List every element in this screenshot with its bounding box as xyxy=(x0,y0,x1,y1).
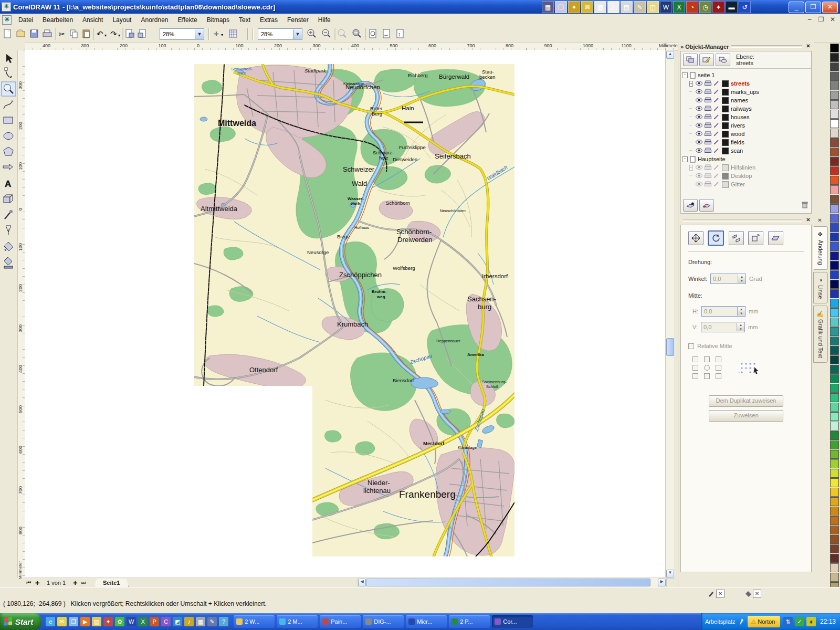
menu-ansicht[interactable]: Ansicht xyxy=(78,15,108,25)
layer-color-swatch[interactable] xyxy=(722,114,729,121)
color-swatch[interactable] xyxy=(830,81,839,90)
doc-close-button[interactable]: ✕ xyxy=(828,16,837,23)
minimize-button[interactable]: _ xyxy=(789,2,804,13)
redo-icon[interactable]: ↷▾ xyxy=(110,29,120,38)
angle-field[interactable]: 0,0▲▼ xyxy=(710,274,746,284)
horizontal-scrollbar[interactable]: ◀ ▶ xyxy=(357,578,667,587)
layer-name[interactable]: wood xyxy=(731,131,744,137)
ellipse-tool[interactable] xyxy=(4,133,13,140)
access-icon[interactable]: ✦ xyxy=(712,1,724,13)
layer-edit-icon[interactable] xyxy=(713,173,720,180)
color-swatch[interactable] xyxy=(830,110,839,119)
color-swatch[interactable] xyxy=(830,554,839,563)
color-swatch[interactable] xyxy=(830,72,839,81)
mail-icon[interactable]: ✉ xyxy=(581,1,593,13)
collapse-icon[interactable]: − xyxy=(682,72,688,78)
layer-row[interactable]: ┈names xyxy=(682,96,810,104)
layer-print-icon[interactable] xyxy=(705,139,711,146)
docker-chevron-icon[interactable]: » xyxy=(680,44,684,50)
tab--nderung[interactable]: ✥Änderung xyxy=(813,226,828,270)
interactive-fill-tool[interactable] xyxy=(4,257,13,268)
expand-icon[interactable]: + xyxy=(689,165,693,171)
map-drawing[interactable]: Schwanen-teichStadtparkKleinanlageNeudör… xyxy=(194,64,514,556)
color-swatch[interactable] xyxy=(830,535,839,544)
color-swatch[interactable] xyxy=(830,459,839,468)
scale-mirror-tool-icon[interactable] xyxy=(729,231,744,245)
layer-name[interactable]: Hilfslinien xyxy=(731,164,755,171)
fill-tool[interactable] xyxy=(4,242,13,251)
relative-center-checkbox[interactable] xyxy=(688,343,694,349)
color-swatch[interactable] xyxy=(830,478,839,487)
zoom-out-icon[interactable] xyxy=(322,29,330,37)
open-icon[interactable] xyxy=(17,30,25,37)
layer-row[interactable]: ┈Gitter xyxy=(682,180,810,188)
layer-print-icon[interactable] xyxy=(705,89,711,96)
color-swatch[interactable] xyxy=(830,233,839,242)
outline-tool[interactable] xyxy=(6,226,11,235)
schedule-icon[interactable]: ◔ xyxy=(686,1,698,13)
ie-icon[interactable]: e xyxy=(46,617,55,626)
color-swatch[interactable] xyxy=(830,185,839,194)
scroll-right-icon[interactable]: ▶ xyxy=(658,579,666,586)
layer-color-swatch[interactable] xyxy=(722,173,729,180)
menu-layout[interactable]: Layout xyxy=(108,15,136,25)
layer-row[interactable]: ┈marks_ups xyxy=(682,88,810,96)
cut-icon[interactable]: ✂ xyxy=(59,30,65,38)
tree-page-row[interactable]: − seite 1 xyxy=(682,71,810,79)
layer-edit-icon[interactable] xyxy=(713,131,720,138)
v-field[interactable]: 0,0▲▼ xyxy=(701,322,745,332)
layer-edit-icon[interactable] xyxy=(713,122,720,129)
new-layer-view-icon[interactable] xyxy=(683,54,698,66)
shape-tool[interactable] xyxy=(5,68,12,78)
layer-name[interactable]: railways xyxy=(731,106,752,112)
layer-color-swatch[interactable] xyxy=(722,89,729,96)
notes-icon[interactable]: ◫ xyxy=(647,1,659,13)
layer-visible-icon[interactable] xyxy=(696,122,702,129)
tree-page-row[interactable]: − Hauptseite xyxy=(682,155,810,163)
start-button[interactable]: Start xyxy=(0,613,41,630)
excel-icon[interactable]: X xyxy=(673,1,685,13)
layer-edit-icon[interactable] xyxy=(713,106,720,112)
layer-print-icon[interactable] xyxy=(705,181,711,188)
color-swatch[interactable] xyxy=(830,365,839,374)
mail-icon[interactable]: ✉ xyxy=(57,617,67,626)
layer-manager-view-icon[interactable] xyxy=(716,54,730,66)
color-swatch[interactable] xyxy=(830,91,839,100)
task-button[interactable]: DIG-... xyxy=(363,615,404,628)
menu-anordnen[interactable]: Anordnen xyxy=(136,15,173,25)
layer-row[interactable]: ┈railways xyxy=(682,104,810,113)
help-icon[interactable]: ? xyxy=(219,617,228,626)
layer-name[interactable]: names xyxy=(731,97,748,103)
interactive-extrude-tool[interactable] xyxy=(4,195,13,203)
color-swatch[interactable] xyxy=(830,450,839,459)
rotation-tool-icon[interactable] xyxy=(708,230,724,246)
color-swatch[interactable] xyxy=(830,308,839,317)
undo-icon[interactable]: ↶▾ xyxy=(97,29,107,38)
task-button[interactable]: 2 P... xyxy=(449,615,490,628)
position-tool-icon[interactable] xyxy=(688,231,704,245)
color-swatch[interactable] xyxy=(830,138,839,147)
layer-visible-icon[interactable] xyxy=(696,164,702,171)
color-swatch[interactable] xyxy=(830,374,839,383)
eyedropper-tool[interactable] xyxy=(5,210,13,219)
layer-color-swatch[interactable] xyxy=(722,97,729,104)
layer-row[interactable]: ┈Desktop xyxy=(682,172,810,180)
layer-edit-icon[interactable] xyxy=(713,181,720,188)
music-icon[interactable]: ♪ xyxy=(184,617,194,626)
color-swatch[interactable] xyxy=(830,195,839,204)
import-icon[interactable] xyxy=(126,29,134,37)
task-button[interactable]: Pain... xyxy=(320,615,361,628)
horizontal-scroll-thumb[interactable] xyxy=(366,579,650,586)
layer-visible-icon[interactable] xyxy=(696,181,702,187)
layer-color-swatch[interactable] xyxy=(722,181,729,188)
first-page-button[interactable]: ⏮ xyxy=(25,580,33,586)
tray-icon-network[interactable]: ⇅ xyxy=(783,617,793,626)
color-swatch[interactable] xyxy=(830,148,839,156)
text-tool[interactable]: A xyxy=(5,179,11,189)
perfect-shapes-tool[interactable] xyxy=(3,164,13,170)
layer-print-icon[interactable] xyxy=(705,106,711,112)
menu-effekte[interactable]: Effekte xyxy=(173,15,202,25)
doc-minimize-button[interactable]: – xyxy=(805,16,814,23)
layer-edit-icon[interactable] xyxy=(713,97,720,104)
color-swatch[interactable] xyxy=(830,166,839,175)
